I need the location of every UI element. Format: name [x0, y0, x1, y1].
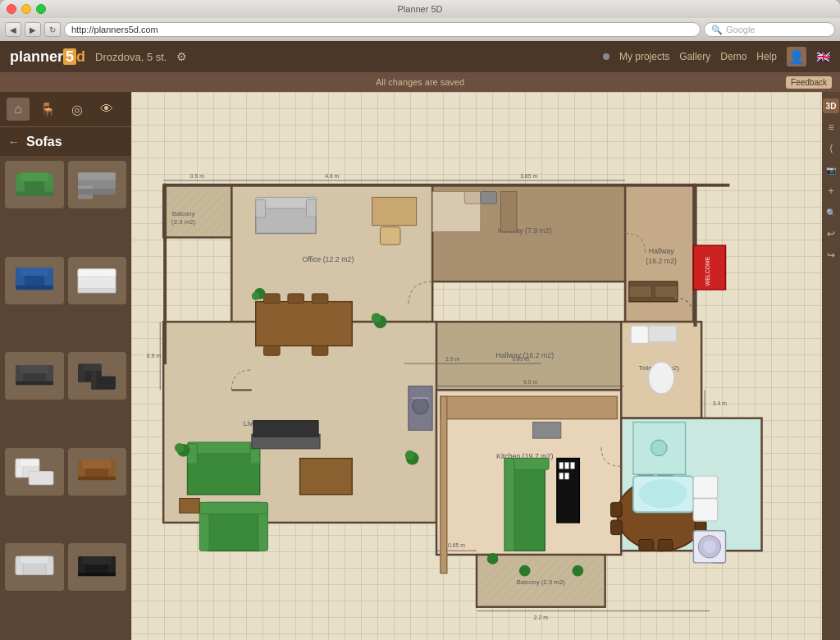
- svg-rect-37: [78, 477, 116, 481]
- share-icon[interactable]: ⟨: [824, 141, 838, 156]
- language-flag[interactable]: 🇬🇧: [816, 50, 830, 63]
- search-icon: 🔍: [711, 25, 723, 35]
- sofa-item-9[interactable]: [5, 543, 64, 591]
- minimize-button[interactable]: [21, 4, 31, 14]
- svg-rect-111: [252, 298, 256, 302]
- window-controls: [7, 4, 46, 14]
- right-panel: 3D ≡ ⟨ 📷 + 🔍 ↩ ↩: [822, 92, 840, 640]
- camera-icon[interactable]: 📷: [824, 162, 838, 177]
- svg-text:4.8 m: 4.8 m: [325, 173, 339, 179]
- svg-text:3.4 m: 3.4 m: [713, 400, 727, 406]
- nav-my-projects[interactable]: My projects: [619, 51, 669, 62]
- sofa-item-3[interactable]: [5, 257, 64, 304]
- sofa-item-10[interactable]: [68, 543, 127, 591]
- zoom-in-icon[interactable]: +: [824, 184, 838, 199]
- sofa-item-2[interactable]: [68, 161, 127, 208]
- svg-rect-126: [188, 442, 260, 454]
- svg-point-142: [405, 450, 415, 460]
- tool-home[interactable]: ⌂: [7, 98, 30, 121]
- svg-rect-124: [655, 286, 677, 298]
- user-avatar[interactable]: 👤: [787, 47, 806, 66]
- svg-rect-17: [78, 288, 116, 292]
- url-bar[interactable]: http://planners5d.com: [64, 22, 701, 37]
- search-bar[interactable]: 🔍 Google: [704, 22, 835, 37]
- svg-text:0.9 m: 0.9 m: [190, 173, 204, 179]
- svg-rect-163: [533, 423, 561, 439]
- svg-rect-149: [559, 473, 564, 479]
- svg-rect-14: [16, 286, 53, 290]
- tool-furniture[interactable]: 🪑: [36, 98, 59, 121]
- svg-rect-150: [565, 473, 569, 479]
- svg-rect-172: [693, 499, 717, 521]
- app-logo: planner5d: [10, 48, 85, 66]
- status-text: All changes are saved: [376, 77, 464, 87]
- sidebar-header: ← Sofas: [0, 126, 131, 156]
- svg-rect-6: [78, 172, 116, 180]
- svg-rect-137: [253, 421, 318, 437]
- svg-rect-162: [441, 396, 447, 573]
- redo-icon[interactable]: ↩: [824, 248, 838, 263]
- canvas-area[interactable]: Balcony (2.3 m2) Office (12.2 m2) Hallwa…: [131, 92, 822, 640]
- svg-point-164: [649, 362, 674, 394]
- svg-rect-13: [20, 267, 48, 276]
- window-title: Planner 5D: [397, 4, 442, 14]
- svg-rect-22: [20, 365, 48, 373]
- sofa-item-4[interactable]: [68, 257, 127, 304]
- status-indicator: [603, 53, 609, 60]
- sofa-item-1[interactable]: [5, 161, 64, 208]
- back-arrow-icon[interactable]: ←: [8, 135, 20, 149]
- svg-point-140: [175, 443, 185, 453]
- nav-demo[interactable]: Demo: [720, 51, 746, 62]
- app-nav: planner5d Drozdova, 5 st. ⚙ My projects …: [0, 41, 840, 72]
- sofa-item-7[interactable]: [5, 448, 64, 496]
- svg-rect-101: [256, 302, 352, 346]
- project-name: Drozdova, 5 st.: [95, 51, 167, 63]
- feedback-button[interactable]: Feedback: [786, 76, 832, 89]
- browser-toolbar: ◀ ▶ ↻ http://planners5d.com 🔍 Google: [0, 18, 840, 41]
- gear-icon[interactable]: ⚙: [176, 50, 187, 63]
- tool-camera-tool[interactable]: ◎: [66, 98, 89, 121]
- svg-rect-102: [264, 294, 281, 304]
- svg-rect-165: [649, 326, 677, 342]
- left-sidebar: ⌂ 🪑 ◎ 👁 ← Sofas: [0, 92, 131, 640]
- svg-rect-125: [188, 450, 260, 495]
- svg-rect-99: [372, 197, 417, 225]
- menu-icon[interactable]: ≡: [824, 120, 838, 135]
- svg-rect-16: [78, 269, 116, 277]
- furniture-grid: [0, 156, 131, 640]
- undo-icon[interactable]: ↩: [824, 226, 838, 241]
- svg-rect-119: [464, 192, 481, 204]
- svg-rect-156: [611, 502, 623, 517]
- sofa-item-5[interactable]: [5, 352, 64, 400]
- svg-rect-116: [256, 199, 266, 217]
- forward-button[interactable]: ▶: [25, 22, 41, 37]
- nav-help[interactable]: Help: [756, 51, 777, 62]
- svg-rect-104: [312, 294, 328, 304]
- svg-rect-117: [306, 199, 316, 217]
- zoom-out-icon[interactable]: 🔍: [824, 205, 838, 220]
- svg-point-170: [651, 440, 667, 456]
- sofa-item-8[interactable]: [68, 448, 127, 496]
- back-button[interactable]: ◀: [5, 22, 21, 37]
- sofa-item-6[interactable]: [68, 352, 127, 400]
- svg-rect-4: [16, 191, 53, 195]
- nav-gallery[interactable]: Gallery: [679, 51, 710, 62]
- svg-rect-46: [78, 573, 116, 577]
- svg-text:3.85 m: 3.85 m: [520, 173, 537, 179]
- tool-eye[interactable]: 👁: [95, 98, 118, 121]
- sidebar-title: Sofas: [26, 135, 62, 149]
- logo-5: 5: [63, 48, 76, 65]
- close-button[interactable]: [7, 4, 16, 14]
- svg-rect-26: [83, 363, 102, 371]
- svg-rect-61: [163, 184, 167, 364]
- svg-rect-144: [180, 499, 199, 514]
- svg-text:(2.3 m2): (2.3 m2): [171, 218, 196, 226]
- logo-text: planner: [10, 48, 63, 65]
- svg-rect-171: [693, 476, 717, 498]
- refresh-button[interactable]: ↻: [44, 22, 61, 37]
- svg-point-110: [372, 313, 381, 322]
- svg-text:2.9 m: 2.9 m: [445, 356, 459, 362]
- maximize-button[interactable]: [36, 4, 46, 14]
- svg-rect-120: [481, 192, 497, 204]
- 3d-button[interactable]: 3D: [823, 98, 839, 113]
